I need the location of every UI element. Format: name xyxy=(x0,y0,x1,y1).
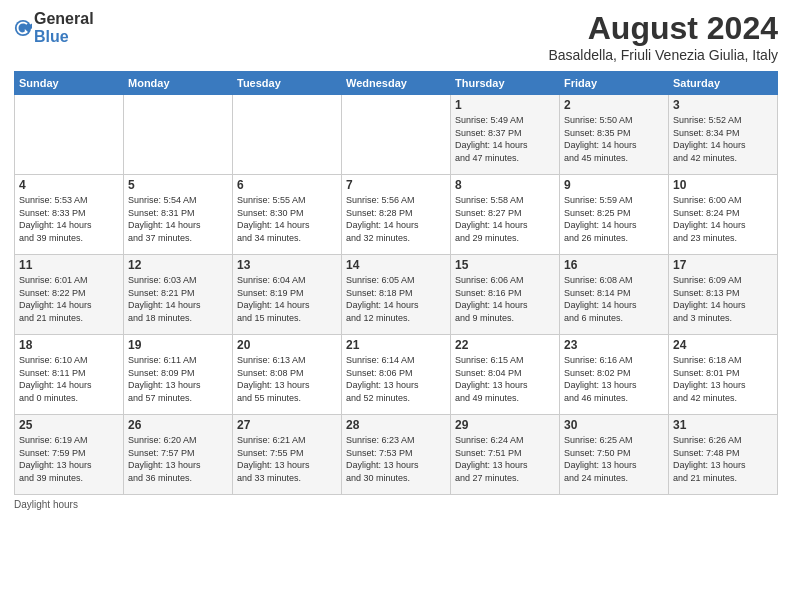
col-wednesday: Wednesday xyxy=(342,72,451,95)
title-block: August 2024 Basaldella, Friuli Venezia G… xyxy=(548,10,778,63)
cell-info: Sunrise: 6:10 AMSunset: 8:11 PMDaylight:… xyxy=(19,354,119,404)
cell-4-4: 21Sunrise: 6:14 AMSunset: 8:06 PMDayligh… xyxy=(342,335,451,415)
day-number: 30 xyxy=(564,418,664,432)
cell-1-5: 1Sunrise: 5:49 AMSunset: 8:37 PMDaylight… xyxy=(451,95,560,175)
cell-info: Sunrise: 5:58 AMSunset: 8:27 PMDaylight:… xyxy=(455,194,555,244)
cell-info: Sunrise: 5:53 AMSunset: 8:33 PMDaylight:… xyxy=(19,194,119,244)
day-number: 14 xyxy=(346,258,446,272)
logo-general: General xyxy=(34,10,94,28)
cell-1-2 xyxy=(124,95,233,175)
cell-5-3: 27Sunrise: 6:21 AMSunset: 7:55 PMDayligh… xyxy=(233,415,342,495)
day-number: 1 xyxy=(455,98,555,112)
subtitle: Basaldella, Friuli Venezia Giulia, Italy xyxy=(548,47,778,63)
cell-1-3 xyxy=(233,95,342,175)
calendar-body: 1Sunrise: 5:49 AMSunset: 8:37 PMDaylight… xyxy=(15,95,778,495)
cell-5-1: 25Sunrise: 6:19 AMSunset: 7:59 PMDayligh… xyxy=(15,415,124,495)
day-number: 15 xyxy=(455,258,555,272)
cell-info: Sunrise: 6:21 AMSunset: 7:55 PMDaylight:… xyxy=(237,434,337,484)
cell-info: Sunrise: 6:08 AMSunset: 8:14 PMDaylight:… xyxy=(564,274,664,324)
logo-text: General Blue xyxy=(34,10,94,45)
header: General Blue August 2024 Basaldella, Fri… xyxy=(14,10,778,63)
cell-info: Sunrise: 6:16 AMSunset: 8:02 PMDaylight:… xyxy=(564,354,664,404)
cell-5-6: 30Sunrise: 6:25 AMSunset: 7:50 PMDayligh… xyxy=(560,415,669,495)
cell-info: Sunrise: 6:14 AMSunset: 8:06 PMDaylight:… xyxy=(346,354,446,404)
cell-info: Sunrise: 5:49 AMSunset: 8:37 PMDaylight:… xyxy=(455,114,555,164)
cell-info: Sunrise: 6:01 AMSunset: 8:22 PMDaylight:… xyxy=(19,274,119,324)
cell-info: Sunrise: 6:20 AMSunset: 7:57 PMDaylight:… xyxy=(128,434,228,484)
col-sunday: Sunday xyxy=(15,72,124,95)
cell-info: Sunrise: 6:13 AMSunset: 8:08 PMDaylight:… xyxy=(237,354,337,404)
col-saturday: Saturday xyxy=(669,72,778,95)
cell-3-5: 15Sunrise: 6:06 AMSunset: 8:16 PMDayligh… xyxy=(451,255,560,335)
week-row-5: 25Sunrise: 6:19 AMSunset: 7:59 PMDayligh… xyxy=(15,415,778,495)
day-number: 31 xyxy=(673,418,773,432)
col-thursday: Thursday xyxy=(451,72,560,95)
cell-4-3: 20Sunrise: 6:13 AMSunset: 8:08 PMDayligh… xyxy=(233,335,342,415)
day-number: 12 xyxy=(128,258,228,272)
cell-info: Sunrise: 6:25 AMSunset: 7:50 PMDaylight:… xyxy=(564,434,664,484)
day-number: 2 xyxy=(564,98,664,112)
cell-info: Sunrise: 6:00 AMSunset: 8:24 PMDaylight:… xyxy=(673,194,773,244)
cell-4-5: 22Sunrise: 6:15 AMSunset: 8:04 PMDayligh… xyxy=(451,335,560,415)
logo-blue: Blue xyxy=(34,28,94,46)
day-number: 28 xyxy=(346,418,446,432)
day-number: 21 xyxy=(346,338,446,352)
day-number: 29 xyxy=(455,418,555,432)
cell-2-5: 8Sunrise: 5:58 AMSunset: 8:27 PMDaylight… xyxy=(451,175,560,255)
cell-info: Sunrise: 6:23 AMSunset: 7:53 PMDaylight:… xyxy=(346,434,446,484)
cell-info: Sunrise: 5:59 AMSunset: 8:25 PMDaylight:… xyxy=(564,194,664,244)
cell-2-3: 6Sunrise: 5:55 AMSunset: 8:30 PMDaylight… xyxy=(233,175,342,255)
header-row: Sunday Monday Tuesday Wednesday Thursday… xyxy=(15,72,778,95)
calendar-header: Sunday Monday Tuesday Wednesday Thursday… xyxy=(15,72,778,95)
cell-info: Sunrise: 6:06 AMSunset: 8:16 PMDaylight:… xyxy=(455,274,555,324)
cell-info: Sunrise: 6:15 AMSunset: 8:04 PMDaylight:… xyxy=(455,354,555,404)
day-number: 20 xyxy=(237,338,337,352)
cell-info: Sunrise: 6:03 AMSunset: 8:21 PMDaylight:… xyxy=(128,274,228,324)
day-number: 13 xyxy=(237,258,337,272)
cell-info: Sunrise: 5:54 AMSunset: 8:31 PMDaylight:… xyxy=(128,194,228,244)
day-number: 8 xyxy=(455,178,555,192)
cell-1-4 xyxy=(342,95,451,175)
col-friday: Friday xyxy=(560,72,669,95)
cell-info: Sunrise: 6:04 AMSunset: 8:19 PMDaylight:… xyxy=(237,274,337,324)
day-number: 9 xyxy=(564,178,664,192)
cell-4-6: 23Sunrise: 6:16 AMSunset: 8:02 PMDayligh… xyxy=(560,335,669,415)
cell-info: Sunrise: 5:56 AMSunset: 8:28 PMDaylight:… xyxy=(346,194,446,244)
cell-3-3: 13Sunrise: 6:04 AMSunset: 8:19 PMDayligh… xyxy=(233,255,342,335)
day-number: 17 xyxy=(673,258,773,272)
cell-5-7: 31Sunrise: 6:26 AMSunset: 7:48 PMDayligh… xyxy=(669,415,778,495)
cell-2-6: 9Sunrise: 5:59 AMSunset: 8:25 PMDaylight… xyxy=(560,175,669,255)
day-number: 11 xyxy=(19,258,119,272)
cell-info: Sunrise: 6:09 AMSunset: 8:13 PMDaylight:… xyxy=(673,274,773,324)
month-title: August 2024 xyxy=(548,10,778,47)
cell-info: Sunrise: 6:11 AMSunset: 8:09 PMDaylight:… xyxy=(128,354,228,404)
cell-3-4: 14Sunrise: 6:05 AMSunset: 8:18 PMDayligh… xyxy=(342,255,451,335)
cell-info: Sunrise: 6:05 AMSunset: 8:18 PMDaylight:… xyxy=(346,274,446,324)
week-row-3: 11Sunrise: 6:01 AMSunset: 8:22 PMDayligh… xyxy=(15,255,778,335)
cell-5-5: 29Sunrise: 6:24 AMSunset: 7:51 PMDayligh… xyxy=(451,415,560,495)
cell-4-7: 24Sunrise: 6:18 AMSunset: 8:01 PMDayligh… xyxy=(669,335,778,415)
week-row-2: 4Sunrise: 5:53 AMSunset: 8:33 PMDaylight… xyxy=(15,175,778,255)
logo-icon xyxy=(14,19,32,37)
day-number: 3 xyxy=(673,98,773,112)
cell-2-2: 5Sunrise: 5:54 AMSunset: 8:31 PMDaylight… xyxy=(124,175,233,255)
day-number: 7 xyxy=(346,178,446,192)
week-row-4: 18Sunrise: 6:10 AMSunset: 8:11 PMDayligh… xyxy=(15,335,778,415)
cell-2-7: 10Sunrise: 6:00 AMSunset: 8:24 PMDayligh… xyxy=(669,175,778,255)
cell-2-4: 7Sunrise: 5:56 AMSunset: 8:28 PMDaylight… xyxy=(342,175,451,255)
cell-5-4: 28Sunrise: 6:23 AMSunset: 7:53 PMDayligh… xyxy=(342,415,451,495)
week-row-1: 1Sunrise: 5:49 AMSunset: 8:37 PMDaylight… xyxy=(15,95,778,175)
cell-info: Sunrise: 6:24 AMSunset: 7:51 PMDaylight:… xyxy=(455,434,555,484)
cell-3-6: 16Sunrise: 6:08 AMSunset: 8:14 PMDayligh… xyxy=(560,255,669,335)
cell-3-7: 17Sunrise: 6:09 AMSunset: 8:13 PMDayligh… xyxy=(669,255,778,335)
cell-info: Sunrise: 5:52 AMSunset: 8:34 PMDaylight:… xyxy=(673,114,773,164)
cell-info: Sunrise: 5:55 AMSunset: 8:30 PMDaylight:… xyxy=(237,194,337,244)
cell-info: Sunrise: 6:26 AMSunset: 7:48 PMDaylight:… xyxy=(673,434,773,484)
day-number: 19 xyxy=(128,338,228,352)
cell-1-6: 2Sunrise: 5:50 AMSunset: 8:35 PMDaylight… xyxy=(560,95,669,175)
logo: General Blue xyxy=(14,10,94,45)
cell-4-2: 19Sunrise: 6:11 AMSunset: 8:09 PMDayligh… xyxy=(124,335,233,415)
day-number: 18 xyxy=(19,338,119,352)
cell-info: Sunrise: 6:18 AMSunset: 8:01 PMDaylight:… xyxy=(673,354,773,404)
day-number: 24 xyxy=(673,338,773,352)
